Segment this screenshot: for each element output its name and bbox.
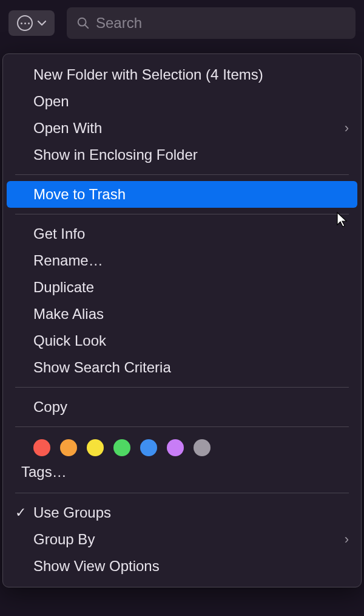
menu-item-show-search-criteria[interactable]: Show Search Criteria (3, 354, 361, 381)
ellipsis-icon (17, 15, 33, 31)
tag-yellow[interactable] (87, 439, 104, 456)
menu-item-label: Use Groups (33, 504, 111, 521)
tag-red[interactable] (33, 439, 50, 456)
tag-gray[interactable] (194, 439, 211, 456)
toolbar (0, 0, 364, 46)
menu-item-label: Get Info (33, 225, 85, 242)
tag-purple[interactable] (167, 439, 184, 456)
menu-item-move-to-trash[interactable]: Move to Trash (7, 181, 357, 208)
menu-section-copy: Copy (3, 391, 361, 423)
menu-item-show-view-options[interactable]: Show View Options (3, 553, 361, 580)
tag-blue[interactable] (140, 439, 157, 456)
search-icon (76, 16, 90, 30)
menu-item-label: Show in Enclosing Folder (33, 146, 198, 163)
menu-item-label: Move to Trash (33, 186, 126, 203)
menu-item-label: Make Alias (33, 306, 104, 323)
menu-item-label: Group By (33, 531, 95, 548)
checkmark-icon: ✓ (15, 505, 27, 521)
menu-item-label: Quick Look (33, 332, 106, 349)
menu-section-view: ✓ Use Groups Group By › Show View Option… (3, 497, 361, 582)
menu-item-tags[interactable]: Tags… (3, 460, 361, 487)
search-input[interactable] (96, 15, 346, 32)
menu-item-new-folder[interactable]: New Folder with Selection (4 Items) (3, 61, 361, 88)
menu-separator (15, 174, 349, 175)
menu-item-label: Copy (33, 399, 67, 416)
menu-item-label: Rename… (33, 252, 103, 269)
menu-section-file: New Folder with Selection (4 Items) Open… (3, 59, 361, 171)
tag-colors-row (3, 433, 361, 460)
menu-item-label: Open (33, 93, 69, 110)
menu-item-label: New Folder with Selection (4 Items) (33, 66, 263, 83)
tag-orange[interactable] (60, 439, 77, 456)
chevron-right-icon: › (345, 120, 349, 136)
menu-item-label: Duplicate (33, 279, 94, 296)
menu-item-open-with[interactable]: Open With › (3, 115, 361, 142)
menu-item-copy[interactable]: Copy (3, 394, 361, 420)
tag-green[interactable] (113, 439, 130, 456)
menu-item-open[interactable]: Open (3, 88, 361, 115)
menu-item-label: Show View Options (33, 558, 160, 575)
menu-item-label: Tags… (21, 464, 67, 480)
menu-item-make-alias[interactable]: Make Alias (3, 301, 361, 327)
actions-dropdown-button[interactable] (8, 10, 55, 36)
menu-item-label: Open With (33, 120, 102, 137)
search-bar[interactable] (67, 7, 356, 39)
context-menu: New Folder with Selection (4 Items) Open… (2, 53, 362, 587)
chevron-down-icon (38, 20, 46, 26)
menu-item-duplicate[interactable]: Duplicate (3, 274, 361, 301)
menu-item-rename[interactable]: Rename… (3, 247, 361, 274)
menu-separator (15, 214, 349, 214)
menu-separator (15, 493, 349, 493)
menu-item-show-enclosing[interactable]: Show in Enclosing Folder (3, 142, 361, 168)
menu-item-label: Show Search Criteria (33, 359, 171, 376)
menu-section-tags: Tags… (3, 431, 361, 489)
menu-section-info: Get Info Rename… Duplicate Make Alias Qu… (3, 218, 361, 383)
chevron-right-icon: › (345, 532, 349, 547)
menu-item-group-by[interactable]: Group By › (3, 526, 361, 553)
menu-item-quick-look[interactable]: Quick Look (3, 327, 361, 354)
menu-separator (15, 387, 349, 388)
svg-line-1 (85, 25, 89, 29)
menu-item-use-groups[interactable]: ✓ Use Groups (3, 499, 361, 526)
menu-item-get-info[interactable]: Get Info (3, 221, 361, 247)
menu-section-trash: Move to Trash (3, 179, 361, 210)
menu-separator (15, 426, 349, 427)
